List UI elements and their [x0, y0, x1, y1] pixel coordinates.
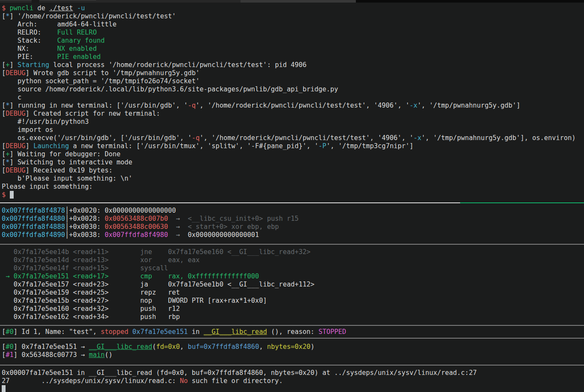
- text-segment: 0x563488c00773 →: [21, 351, 89, 359]
- disassembly-pane-line: 0x7fa17e5ee159 <read+25> repz ret: [2, 289, 584, 297]
- text-segment: ] Wrote gdb script to '/tmp/pwnahnurg5y.…: [26, 69, 200, 77]
- text-segment: -q: [192, 134, 200, 142]
- text-segment: 0x7fa17e5ee14b <read+11> jne 0x7fa17e5ee…: [2, 248, 311, 256]
- text-segment: [: [2, 167, 6, 174]
- text-segment: DEBUG: [6, 69, 25, 77]
- text-segment: 0x0000000000000001: [188, 231, 259, 239]
- text-segment: 0x00563488c00630: [105, 223, 168, 231]
- text-segment: main: [89, 351, 105, 359]
- text-segment: [: [2, 343, 6, 351]
- text-segment: +: [6, 150, 9, 158]
- text-segment: 0x7fa17e5ee162 <read+34> push rbp: [2, 313, 180, 321]
- disassembly-pane-line: 0x7fa17e5ee14f <read+15> syscall: [2, 264, 584, 272]
- pwncli-session-pane-line: [*] running in new terminal: ['/usr/bin/…: [2, 102, 584, 110]
- tab-strip-notch: [32, 0, 39, 3]
- text-segment: nbytes=0x20: [267, 343, 311, 351]
- text-segment: -x: [409, 102, 417, 109]
- text-segment: Launching: [33, 142, 69, 150]
- text-segment: Arch: amd64-64-little: [2, 20, 117, 28]
- terminal[interactable]: $ pwncli de ./test -u[*] '/home/roderick…: [0, 0, 584, 392]
- text-segment: 0x7fa17e5ee15b <read+27> nop DWORD PTR […: [2, 297, 267, 304]
- text-segment: RELRO:: [2, 29, 57, 36]
- text-segment: │: [65, 223, 69, 231]
- text-segment: 27 ../sysdeps/unix/sysv/linux/read.c:: [2, 377, 180, 385]
- text-segment: [: [2, 328, 6, 336]
- trace-pane-line: [#0] 0x7fa17e5ee151 → __GI___libc_read(f…: [2, 343, 584, 351]
- text-segment: +0x0038:: [69, 231, 105, 239]
- text-segment: #!/usr/bin/python3: [2, 118, 89, 126]
- text-segment: source /home/roderick/.local/lib/python3…: [2, 85, 338, 93]
- stack-pane-line: 0x007ffdfa8f4890│+0x0038: 0x007ffdfa8f49…: [2, 231, 584, 239]
- section-separator-1: [0, 244, 584, 245]
- text-segment: ): [311, 343, 314, 351]
- window-tab-strip: [0, 0, 584, 3]
- text-segment: [: [2, 61, 6, 69]
- text-segment: +: [6, 61, 9, 69]
- text-segment: (), reason:: [267, 328, 318, 336]
- text-segment: [: [2, 102, 6, 109]
- cursor-block[interactable]: [2, 385, 6, 392]
- pwncli-session-pane-line: c: [2, 94, 584, 102]
- text-segment: [73, 4, 77, 12]
- text-segment: ] Id 1, Name: "test",: [14, 328, 101, 336]
- text-segment: ] Received 0x19 bytes:: [26, 167, 113, 174]
- text-segment: →: [168, 231, 188, 239]
- text-segment: pwncli: [10, 4, 34, 12]
- text-segment: →: [168, 215, 188, 222]
- disassembly-pane-line: 0x7fa17e5ee157 <read+23> ja 0x7fa17e5ee1…: [2, 281, 584, 289]
- panes-root: $ pwncli de ./test -u[*] '/home/roderick…: [0, 3, 584, 392]
- text-segment: ] Waiting for debugger: Done: [10, 150, 120, 158]
- text-segment: Full RELRO: [57, 29, 97, 36]
- text-segment: de: [33, 4, 49, 12]
- text-segment: 0x7fa17e5ee14d <read+13> xor eax, eax: [2, 256, 200, 264]
- text-segment: #0: [6, 343, 14, 351]
- text-segment: [: [2, 351, 6, 359]
- pwncli-session-pane-line: $ pwncli de ./test -u: [2, 4, 584, 12]
- text-segment: ]: [26, 142, 34, 150]
- text-segment: a new terminal: ['/usr/bin/tmux', 'split…: [69, 142, 319, 150]
- text-segment: [: [2, 12, 6, 20]
- text-segment: in: [188, 328, 204, 336]
- stack-pane-line: 0x007ffdfa8f4888│+0x0030: 0x00563488c006…: [2, 223, 584, 231]
- gdb-output-pane: 0x00007fa17e5ee151 in __GI___libc_read (…: [0, 369, 584, 392]
- text-segment: 0x007ffdfa8f4880: [2, 215, 65, 222]
- pwncli-session-pane-line: $: [2, 191, 584, 199]
- text-segment: <__libc_csu_init+0> push r15: [188, 215, 299, 222]
- trace-pane: [#0] 0x7fa17e5ee151 → __GI___libc_read(f…: [0, 343, 584, 359]
- text-segment: ,: [180, 343, 188, 351]
- text-segment: ]: [14, 351, 22, 359]
- text-segment: ] Created script for new terminal:: [26, 110, 160, 117]
- disassembly-pane-line: 0x7fa17e5ee14b <read+11> jne 0x7fa17e5ee…: [2, 248, 584, 256]
- cursor-block[interactable]: [10, 191, 14, 199]
- disassembly-pane: 0x7fa17e5ee14b <read+11> jne 0x7fa17e5ee…: [0, 248, 584, 321]
- text-segment: Canary found: [57, 37, 105, 44]
- text-segment: │: [65, 215, 69, 222]
- pwncli-session-pane-line: python socket_path = '/tmp/tmpifo26o74/s…: [2, 77, 584, 85]
- text-segment: ] Switching to interactive mode: [10, 158, 132, 166]
- pwncli-session-pane: $ pwncli de ./test -u[*] '/home/roderick…: [0, 3, 584, 199]
- text-segment: 0x7fa17e5ee160 <read+32> push r12: [2, 305, 180, 313]
- pwncli-session-pane-line: [DEBUG] Launching a new terminal: ['/usr…: [2, 142, 584, 150]
- threads-pane: [#0] Id 1, Name: "test", stopped 0x7fa17…: [0, 328, 584, 336]
- text-segment: PIE enabled: [57, 53, 101, 61]
- disassembly-pane-line: 0x7fa17e5ee160 <read+32> push r12: [2, 305, 584, 313]
- text-segment: #0: [6, 328, 14, 336]
- text-segment: │: [65, 207, 69, 214]
- text-segment: +0x0030:: [69, 223, 105, 231]
- pwncli-session-pane-line: [DEBUG] Received 0x19 bytes:: [2, 167, 584, 175]
- text-segment: 0x7fa17e5ee157 <read+23> ja 0x7fa17e5ee1…: [2, 281, 314, 288]
- pwncli-session-pane-line: PIE: PIE enabled: [2, 53, 584, 61]
- section-separator-2: [0, 325, 584, 326]
- text-segment: NX enabled: [57, 45, 97, 53]
- text-segment: (): [105, 351, 113, 359]
- text-segment: $: [2, 191, 10, 199]
- text-segment: -u: [77, 4, 85, 12]
- text-segment: [: [2, 69, 6, 77]
- text-segment: Stack:: [2, 37, 57, 44]
- text-segment: ,: [259, 343, 267, 351]
- threads-pane-line: [#0] Id 1, Name: "test", stopped 0x7fa17…: [2, 328, 584, 336]
- disassembly-pane-line: → 0x7fa17e5ee151 <read+17> cmp rax, 0xff…: [2, 272, 584, 281]
- text-segment: local process '/home/roderick/pwncli/pwn…: [49, 61, 306, 69]
- text-segment: DEBUG: [6, 142, 25, 150]
- pwncli-session-pane-line: #!/usr/bin/python3: [2, 118, 584, 126]
